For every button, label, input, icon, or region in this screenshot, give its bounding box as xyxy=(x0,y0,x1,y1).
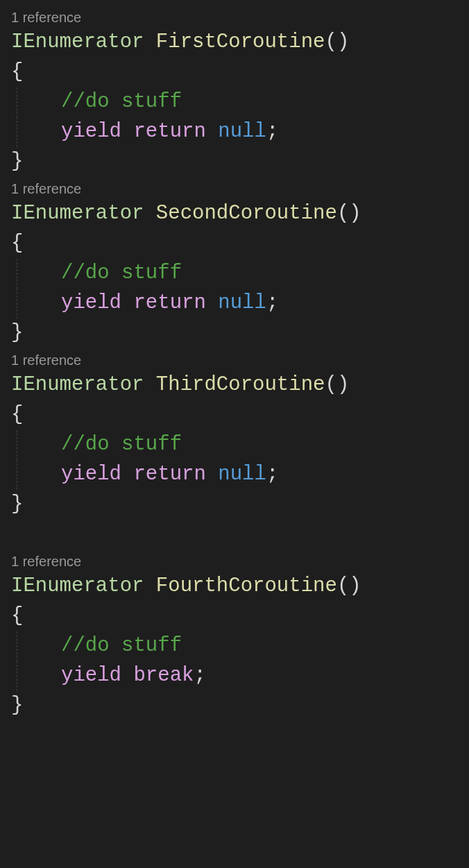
comment-token: //do stuff xyxy=(61,433,182,456)
method-name: FirstCoroutine xyxy=(156,31,325,53)
return-keyword: return xyxy=(133,463,205,486)
comment-line[interactable]: //do stuff xyxy=(0,259,469,289)
comment-token: //do stuff xyxy=(61,262,182,284)
method-signature[interactable]: IEnumerator FirstCoroutine() xyxy=(0,28,469,58)
open-brace[interactable]: { xyxy=(0,602,469,631)
close-brace[interactable]: } xyxy=(0,691,469,721)
brace-token: } xyxy=(11,321,23,344)
null-keyword: null xyxy=(218,463,266,486)
yield-keyword: yield xyxy=(61,120,121,143)
codelens-reference-count[interactable]: 1 reference xyxy=(0,178,469,199)
parentheses: () xyxy=(337,575,361,597)
method-signature[interactable]: IEnumerator FourthCoroutine() xyxy=(0,572,469,602)
method-signature[interactable]: IEnumerator SecondCoroutine() xyxy=(0,199,469,229)
null-keyword: null xyxy=(218,120,266,143)
parentheses: () xyxy=(337,202,361,225)
open-brace[interactable]: { xyxy=(0,229,469,259)
comment-line[interactable]: //do stuff xyxy=(0,430,469,460)
semicolon: ; xyxy=(266,291,278,314)
yield-statement[interactable]: yield return null; xyxy=(0,460,469,490)
comment-line[interactable]: //do stuff xyxy=(0,631,469,661)
return-type: IEnumerator xyxy=(11,31,144,53)
yield-keyword: yield xyxy=(61,463,121,486)
return-keyword: return xyxy=(133,291,205,314)
codelens-reference-count[interactable]: 1 reference xyxy=(0,551,469,572)
parentheses: () xyxy=(325,373,349,396)
semicolon: ; xyxy=(266,120,278,143)
codelens-reference-count[interactable]: 1 reference xyxy=(0,350,469,371)
semicolon: ; xyxy=(194,664,205,687)
close-brace[interactable]: } xyxy=(0,490,469,520)
method-name: ThirdCoroutine xyxy=(156,373,325,396)
return-keyword: return xyxy=(133,120,205,143)
return-type: IEnumerator xyxy=(11,202,144,225)
return-type: IEnumerator xyxy=(11,373,144,396)
brace-token: { xyxy=(11,604,23,627)
method-signature[interactable]: IEnumerator ThirdCoroutine() xyxy=(0,371,469,400)
brace-token: { xyxy=(11,60,23,83)
brace-token: } xyxy=(11,150,23,173)
blank-line xyxy=(0,520,469,550)
close-brace[interactable]: } xyxy=(0,318,469,348)
semicolon: ; xyxy=(266,463,278,486)
comment-line[interactable]: //do stuff xyxy=(0,87,469,117)
yield-statement[interactable]: yield return null; xyxy=(0,117,469,147)
brace-token: { xyxy=(11,232,23,255)
codelens-reference-count[interactable]: 1 reference xyxy=(0,7,469,28)
open-brace[interactable]: { xyxy=(0,58,469,87)
brace-token: { xyxy=(11,403,23,426)
yield-keyword: yield xyxy=(61,664,121,687)
method-name: SecondCoroutine xyxy=(156,202,337,225)
method-name: FourthCoroutine xyxy=(156,575,337,597)
return-type: IEnumerator xyxy=(11,575,144,597)
open-brace[interactable]: { xyxy=(0,400,469,430)
comment-token: //do stuff xyxy=(61,634,182,657)
return-keyword: break xyxy=(133,664,194,687)
yield-statement[interactable]: yield break; xyxy=(0,661,469,691)
brace-token: } xyxy=(11,694,23,717)
parentheses: () xyxy=(325,31,349,53)
code-editor[interactable]: 1 referenceIEnumerator FirstCoroutine(){… xyxy=(0,7,469,721)
brace-token: } xyxy=(11,493,23,516)
close-brace[interactable]: } xyxy=(0,147,469,177)
null-keyword: null xyxy=(218,291,266,314)
comment-token: //do stuff xyxy=(61,90,182,113)
yield-keyword: yield xyxy=(61,291,121,314)
yield-statement[interactable]: yield return null; xyxy=(0,289,469,318)
